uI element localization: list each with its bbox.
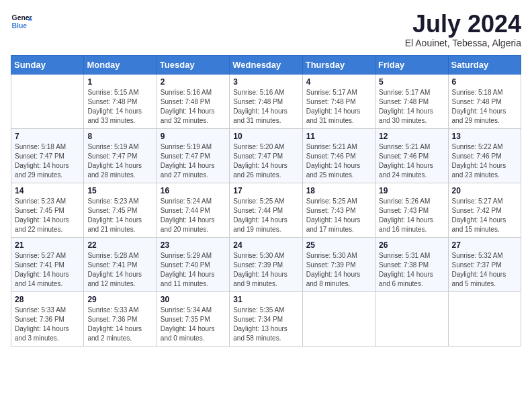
- cell-info: Sunrise: 5:35 AMSunset: 7:34 PMDaylight:…: [233, 306, 298, 343]
- calendar-cell: 7Sunrise: 5:18 AMSunset: 7:47 PMDaylight…: [11, 128, 84, 183]
- day-number: 19: [379, 186, 444, 195]
- svg-text:Blue: Blue: [12, 22, 28, 30]
- day-number: 3: [233, 77, 298, 87]
- calendar-cell: 30Sunrise: 5:34 AMSunset: 7:35 PMDayligh…: [157, 291, 229, 346]
- day-number: 2: [161, 77, 226, 87]
- day-header-thursday: Thursday: [302, 55, 375, 74]
- cell-info: Sunrise: 5:27 AMSunset: 7:41 PMDaylight:…: [15, 251, 80, 289]
- day-number: 12: [379, 132, 444, 141]
- calendar-cell: 16Sunrise: 5:24 AMSunset: 7:44 PMDayligh…: [157, 183, 229, 237]
- calendar-cell: 10Sunrise: 5:20 AMSunset: 7:47 PMDayligh…: [230, 128, 302, 183]
- cell-info: Sunrise: 5:24 AMSunset: 7:44 PMDaylight:…: [161, 197, 226, 234]
- cell-info: Sunrise: 5:34 AMSunset: 7:35 PMDaylight:…: [161, 306, 226, 343]
- cell-info: Sunrise: 5:16 AMSunset: 7:48 PMDaylight:…: [161, 88, 226, 126]
- cell-info: Sunrise: 5:25 AMSunset: 7:44 PMDaylight:…: [233, 197, 298, 234]
- cell-info: Sunrise: 5:32 AMSunset: 7:37 PMDaylight:…: [452, 251, 517, 289]
- calendar-cell: 13Sunrise: 5:22 AMSunset: 7:46 PMDayligh…: [448, 128, 521, 183]
- day-number: 13: [452, 132, 517, 141]
- day-number: 31: [233, 295, 298, 304]
- day-header-monday: Monday: [84, 55, 157, 74]
- day-number: 17: [233, 186, 298, 195]
- day-number: 16: [161, 186, 226, 195]
- day-number: 9: [161, 132, 226, 141]
- day-number: 11: [306, 132, 371, 141]
- cell-info: Sunrise: 5:27 AMSunset: 7:42 PMDaylight:…: [452, 197, 517, 234]
- day-number: 15: [87, 186, 152, 195]
- cell-info: Sunrise: 5:18 AMSunset: 7:48 PMDaylight:…: [452, 88, 517, 126]
- cell-info: Sunrise: 5:17 AMSunset: 7:48 PMDaylight:…: [379, 88, 444, 126]
- cell-info: Sunrise: 5:19 AMSunset: 7:47 PMDaylight:…: [161, 142, 226, 180]
- calendar-cell: 5Sunrise: 5:17 AMSunset: 7:48 PMDaylight…: [375, 74, 448, 128]
- calendar-cell: 4Sunrise: 5:17 AMSunset: 7:48 PMDaylight…: [302, 74, 375, 128]
- cell-info: Sunrise: 5:30 AMSunset: 7:39 PMDaylight:…: [306, 251, 371, 289]
- day-number: 21: [15, 240, 80, 250]
- calendar-cell: 28Sunrise: 5:33 AMSunset: 7:36 PMDayligh…: [11, 291, 84, 346]
- day-number: 5: [379, 77, 444, 87]
- cell-info: Sunrise: 5:23 AMSunset: 7:45 PMDaylight:…: [15, 197, 80, 234]
- cell-info: Sunrise: 5:17 AMSunset: 7:48 PMDaylight:…: [306, 88, 371, 126]
- day-number: 1: [87, 77, 152, 87]
- location: El Aouinet, Tebessa, Algeria: [405, 38, 521, 48]
- day-header-wednesday: Wednesday: [230, 55, 302, 74]
- day-number: 28: [15, 295, 80, 304]
- calendar-week-5: 28Sunrise: 5:33 AMSunset: 7:36 PMDayligh…: [11, 291, 521, 346]
- calendar-cell: 19Sunrise: 5:26 AMSunset: 7:43 PMDayligh…: [375, 183, 448, 237]
- day-number: 18: [306, 186, 371, 195]
- calendar-cell: 15Sunrise: 5:23 AMSunset: 7:45 PMDayligh…: [84, 183, 157, 237]
- day-header-sunday: Sunday: [11, 55, 84, 74]
- logo: General Blue: [11, 11, 32, 32]
- cell-info: Sunrise: 5:23 AMSunset: 7:45 PMDaylight:…: [87, 197, 152, 234]
- calendar-cell: 2Sunrise: 5:16 AMSunset: 7:48 PMDaylight…: [157, 74, 229, 128]
- calendar-week-2: 7Sunrise: 5:18 AMSunset: 7:47 PMDaylight…: [11, 128, 521, 183]
- day-number: 6: [452, 77, 517, 87]
- calendar-cell: 24Sunrise: 5:30 AMSunset: 7:39 PMDayligh…: [230, 237, 302, 291]
- day-number: 8: [87, 132, 152, 141]
- calendar-cell: [11, 74, 84, 128]
- cell-info: Sunrise: 5:31 AMSunset: 7:38 PMDaylight:…: [379, 251, 444, 289]
- page-header: General Blue July 2024 El Aouinet, Tebes…: [11, 11, 521, 48]
- cell-info: Sunrise: 5:29 AMSunset: 7:40 PMDaylight:…: [161, 251, 226, 289]
- day-number: 22: [87, 240, 152, 250]
- calendar-cell: 8Sunrise: 5:19 AMSunset: 7:47 PMDaylight…: [84, 128, 157, 183]
- day-header-tuesday: Tuesday: [157, 55, 229, 74]
- day-number: 27: [452, 240, 517, 250]
- calendar-cell: 27Sunrise: 5:32 AMSunset: 7:37 PMDayligh…: [448, 237, 521, 291]
- day-number: 25: [306, 240, 371, 250]
- cell-info: Sunrise: 5:22 AMSunset: 7:46 PMDaylight:…: [452, 142, 517, 180]
- day-number: 24: [233, 240, 298, 250]
- calendar-cell: 6Sunrise: 5:18 AMSunset: 7:48 PMDaylight…: [448, 74, 521, 128]
- cell-info: Sunrise: 5:25 AMSunset: 7:43 PMDaylight:…: [306, 197, 371, 234]
- calendar-cell: [375, 291, 448, 346]
- cell-info: Sunrise: 5:30 AMSunset: 7:39 PMDaylight:…: [233, 251, 298, 289]
- title-area: July 2024 El Aouinet, Tebessa, Algeria: [405, 11, 521, 48]
- calendar-cell: 26Sunrise: 5:31 AMSunset: 7:38 PMDayligh…: [375, 237, 448, 291]
- calendar-week-4: 21Sunrise: 5:27 AMSunset: 7:41 PMDayligh…: [11, 237, 521, 291]
- cell-info: Sunrise: 5:15 AMSunset: 7:48 PMDaylight:…: [87, 88, 152, 126]
- cell-info: Sunrise: 5:21 AMSunset: 7:46 PMDaylight:…: [306, 142, 371, 180]
- day-header-friday: Friday: [375, 55, 448, 74]
- calendar-cell: 18Sunrise: 5:25 AMSunset: 7:43 PMDayligh…: [302, 183, 375, 237]
- cell-info: Sunrise: 5:26 AMSunset: 7:43 PMDaylight:…: [379, 197, 444, 234]
- day-number: 4: [306, 77, 371, 87]
- calendar-cell: 11Sunrise: 5:21 AMSunset: 7:46 PMDayligh…: [302, 128, 375, 183]
- day-number: 30: [161, 295, 226, 304]
- cell-info: Sunrise: 5:16 AMSunset: 7:48 PMDaylight:…: [233, 88, 298, 126]
- cell-info: Sunrise: 5:21 AMSunset: 7:46 PMDaylight:…: [379, 142, 444, 180]
- day-number: 23: [161, 240, 226, 250]
- logo-icon: General Blue: [11, 11, 32, 32]
- month-title: July 2024: [405, 11, 521, 38]
- day-number: 7: [15, 132, 80, 141]
- calendar-cell: 21Sunrise: 5:27 AMSunset: 7:41 PMDayligh…: [11, 237, 84, 291]
- calendar-cell: 17Sunrise: 5:25 AMSunset: 7:44 PMDayligh…: [230, 183, 302, 237]
- calendar-week-1: 1Sunrise: 5:15 AMSunset: 7:48 PMDaylight…: [11, 74, 521, 128]
- calendar-header-row: SundayMondayTuesdayWednesdayThursdayFrid…: [11, 55, 521, 74]
- day-number: 26: [379, 240, 444, 250]
- calendar-cell: 29Sunrise: 5:33 AMSunset: 7:36 PMDayligh…: [84, 291, 157, 346]
- cell-info: Sunrise: 5:33 AMSunset: 7:36 PMDaylight:…: [87, 306, 152, 343]
- calendar-cell: 14Sunrise: 5:23 AMSunset: 7:45 PMDayligh…: [11, 183, 84, 237]
- calendar-cell: [448, 291, 521, 346]
- day-number: 10: [233, 132, 298, 141]
- cell-info: Sunrise: 5:20 AMSunset: 7:47 PMDaylight:…: [233, 142, 298, 180]
- calendar-cell: 31Sunrise: 5:35 AMSunset: 7:34 PMDayligh…: [230, 291, 302, 346]
- calendar-cell: [302, 291, 375, 346]
